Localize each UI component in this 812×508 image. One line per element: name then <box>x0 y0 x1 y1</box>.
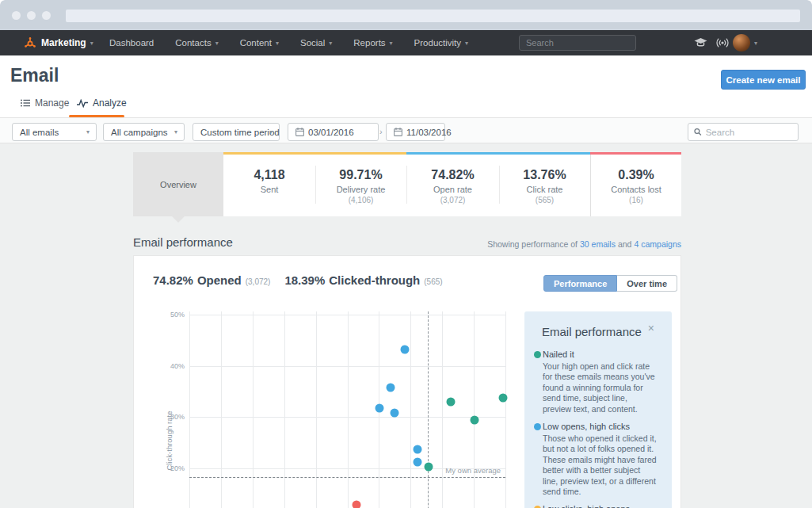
filter-bar: All emails ▾ All campaigns ▾ Custom time… <box>0 117 812 143</box>
emails-link[interactable]: 30 emails <box>580 239 616 249</box>
data-point[interactable] <box>414 445 422 453</box>
nav-item-contacts[interactable]: Contacts▾ <box>175 38 218 48</box>
y-tick-label: 40% <box>170 362 185 370</box>
broadcast-icon[interactable] <box>715 38 730 48</box>
y-tick-label: 30% <box>170 413 185 421</box>
stat-subcount: (16) <box>591 196 681 204</box>
legend-item-low-clicks-high-opens: Low clicks, high opensLots of people ope… <box>534 504 658 508</box>
data-point[interactable] <box>447 397 456 406</box>
data-point[interactable] <box>499 393 508 402</box>
campaign-filter-dropdown[interactable]: All campaigns ▾ <box>103 123 185 141</box>
overview-tab[interactable]: Overview <box>133 152 223 216</box>
legend-item-label: Low opens, high clicks <box>543 422 658 431</box>
filter-search-input[interactable] <box>706 128 792 137</box>
calendar-icon <box>394 128 402 136</box>
email-filter-dropdown[interactable]: All emails ▾ <box>12 123 97 141</box>
chevron-down-icon[interactable]: ▾ <box>754 40 757 47</box>
gridline <box>253 311 254 508</box>
pulse-icon <box>77 99 88 108</box>
start-date-field[interactable]: 03/01/2016 <box>288 123 379 141</box>
toggle-performance-button[interactable]: Performance <box>543 275 617 292</box>
calendar-icon <box>295 128 304 136</box>
stat-label: Open rate <box>406 185 499 194</box>
data-point[interactable] <box>353 501 361 508</box>
user-avatar[interactable] <box>733 34 750 52</box>
window-control-icon[interactable] <box>42 11 51 20</box>
date-value: 11/03/2016 <box>406 128 452 137</box>
chevron-down-icon: ▾ <box>390 40 393 47</box>
data-point[interactable] <box>470 415 478 424</box>
chevron-down-icon: ▾ <box>90 40 93 47</box>
stat-value: 0.39% <box>591 168 681 182</box>
toggle-over-time-button[interactable]: Over time <box>617 275 677 292</box>
nav-brand-label: Marketing <box>41 37 86 48</box>
opened-count: (3,072) <box>246 277 271 286</box>
showing-prefix: Showing performance of <box>487 239 578 249</box>
stat-card-click-rate[interactable]: 13.76%Click rate(565) <box>499 155 590 216</box>
gridline <box>442 311 443 508</box>
nav-item-label: Contacts <box>175 38 211 48</box>
nav-item-social[interactable]: Social▾ <box>300 38 332 48</box>
dropdown-value: All emails <box>20 128 59 137</box>
y-tick-label: 50% <box>170 311 185 319</box>
stat-label: Contacts lost <box>591 185 681 194</box>
tab-manage[interactable]: Manage <box>21 97 69 109</box>
end-date-field[interactable]: 11/03/2016 <box>386 123 445 141</box>
data-point[interactable] <box>401 345 410 353</box>
clicked-count: (565) <box>424 277 442 286</box>
nav-item-productivity[interactable]: Productivity▾ <box>414 38 468 48</box>
clicked-stat: 18.39% Clicked-through (565) <box>284 273 442 287</box>
gridline <box>284 311 285 508</box>
overview-tab-pointer <box>172 216 185 223</box>
stat-card-contacts-lost[interactable]: 0.39%Contacts lost(16) <box>590 155 681 216</box>
tab-analyze[interactable]: Analyze <box>77 97 127 109</box>
stat-subcount: (3,072) <box>406 196 499 204</box>
close-icon[interactable]: × <box>648 322 654 334</box>
data-point[interactable] <box>375 404 383 413</box>
create-new-email-button[interactable]: Create new email <box>721 70 806 90</box>
conjunction-text: and <box>618 239 632 249</box>
app-window: Marketing ▾ DashboardContacts▾Content▾So… <box>0 0 812 508</box>
window-control-icon[interactable] <box>27 11 36 20</box>
nav-item-label: Social <box>300 38 325 48</box>
campaigns-link[interactable]: 4 campaigns <box>634 239 681 249</box>
stat-card-open-rate[interactable]: 74.82%Open rate(3,072) <box>406 155 499 216</box>
legend-item-label: Low clicks, high opens <box>543 504 658 508</box>
chevron-down-icon: ▾ <box>215 40 219 47</box>
hubspot-sprocket-icon <box>24 36 36 49</box>
academy-graduation-cap-icon[interactable] <box>694 38 707 48</box>
nav-search-input[interactable] <box>519 35 636 51</box>
nav-item-reports[interactable]: Reports▾ <box>353 38 392 48</box>
nav-item-dashboard[interactable]: Dashboard <box>109 38 154 48</box>
clicked-value: 18.39% <box>284 273 325 287</box>
tab-label: Analyze <box>93 97 127 109</box>
chevron-down-icon: ▾ <box>86 128 90 136</box>
window-control-icon[interactable] <box>12 11 21 20</box>
my-own-average-line <box>189 477 505 478</box>
section-heading: Email performance <box>133 235 233 249</box>
stat-subcount: (565) <box>499 196 590 204</box>
my-own-average-label: My own average <box>445 466 501 475</box>
time-period-dropdown[interactable]: Custom time period ▾ <box>193 123 280 141</box>
dropdown-value: Custom time period <box>200 128 280 137</box>
date-range-arrow-icon: › <box>379 127 383 136</box>
data-point[interactable] <box>414 458 422 467</box>
stat-card-delivery-rate[interactable]: 99.71%Delivery rate(4,106) <box>315 155 406 216</box>
legend-item-body: Those who opened it clicked it, but not … <box>543 434 658 497</box>
showing-performance-line: Showing performance of 30 emails and 4 c… <box>487 239 681 249</box>
stat-card-sent[interactable]: 4,118Sent <box>223 155 315 216</box>
plot-area: My own average <box>189 311 505 508</box>
data-point[interactable] <box>390 409 398 418</box>
chevron-down-icon: ▾ <box>174 128 177 136</box>
data-point[interactable] <box>386 383 395 392</box>
url-bar[interactable] <box>66 10 800 22</box>
nav-item-content[interactable]: Content▾ <box>240 38 279 48</box>
legend-panel: Email performance × Nailed itYour high o… <box>524 311 672 508</box>
gridline <box>474 311 475 508</box>
average-open-rate-line <box>428 311 429 508</box>
gridline <box>221 311 222 508</box>
nav-item-label: Productivity <box>414 38 461 48</box>
nav-brand-marketing[interactable]: Marketing ▾ <box>24 30 93 55</box>
data-point[interactable] <box>424 463 433 472</box>
overview-label: Overview <box>160 180 196 189</box>
